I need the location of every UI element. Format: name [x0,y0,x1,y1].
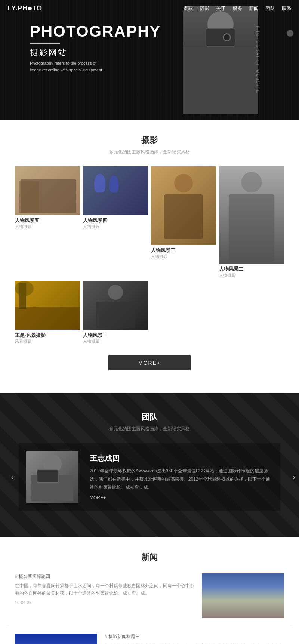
team-member-desc: 2012年全球最终权威的Awwwards选出360个全球最佳CSS网站，通过国际… [90,467,273,492]
flower2 [109,176,118,192]
photo-cat-2: 人物摄影 [83,224,148,229]
photo-grid-row2: 主题·风景摄影 风景摄影 人物风景一 人物摄影 [7,281,292,344]
photo-title-3: 人物风景三 [151,247,216,254]
hero-desc: Photography refers to the process of ima… [30,60,105,73]
photo-cat-5: 风景摄影 [15,339,80,344]
photography-subtitle: 多元化的图主题风格画淳，全新纪实风格 [7,149,292,155]
site-logo[interactable]: LY.PHTO [7,4,42,12]
photo-item-5[interactable]: 主题·风景摄影 风景摄影 [15,281,80,344]
team-prev-button[interactable]: ‹ [11,473,14,481]
navigation: LY.PHTO 摄影 摄影 关于 服务 新闻 团队 联系 [0,0,299,17]
photo-cat-6: 人物摄影 [83,339,148,344]
team-section: 团队 多元化的图主题风格画淳，全新纪实风格 ‹ 王志成四 2012年全球最终权威… [0,393,299,537]
photo-title-5: 主题·风景摄影 [15,332,80,339]
photo-item-2[interactable]: 人物风景四 人物摄影 [83,166,148,278]
photo-item-4[interactable]: 人物风景二 人物摄影 [219,166,284,278]
flower1 [94,174,105,192]
grid-spacer-2 [219,281,284,344]
photo-title-2: 人物风景四 [83,217,148,224]
photo-img-2 [83,166,148,215]
stairs-shape [15,307,80,330]
nav-service[interactable]: 服务 [232,5,242,12]
photo-img-1 [15,166,80,215]
news-item-2: 摄影新闻标题三 在中国，每年春夏间竹笋都于山水之间，每一个村镇每些独自园林外之间… [7,626,292,644]
team-title: 团队 [7,412,292,423]
news-content-1: 摄影新闻标题四 在中国，每年春夏间竹笋都于山水之间，每一个村镇每些独自园林外之间… [15,573,194,618]
photo-cat-4: 人物摄影 [219,272,284,278]
more-btn-wrap: MORE+ [7,355,292,370]
news-item-1: 摄影新闻标题四 在中国，每年春夏间竹笋都于山水之间，每一个村镇每些独自园林外之间… [7,566,292,626]
nav-photo2[interactable]: 摄影 [200,5,209,12]
photo-cat-1: 人物摄影 [15,224,80,229]
news-tag-2: 摄影新闻标题三 [105,634,284,640]
hero-side-text: PHOTOGRAPHY WEBSITE [255,26,259,94]
boy-head [174,174,193,192]
photo-title-1: 人物风景五 [15,217,80,224]
news-img-2 [15,634,97,644]
tree-top [15,281,34,296]
hero-section: LY.PHTO 摄影 摄影 关于 服务 新闻 团队 联系 PHOTOGRAPHY [0,0,299,120]
hero-circle-decoration [287,30,293,37]
news-content-2: 摄影新闻标题三 在中国，每年春夏间竹笋都于山水之间，每一个村镇每些独自园林外之间… [105,634,284,644]
photo-face2-shape [19,181,39,213]
grid-spacer-1 [151,281,216,344]
photo-title-4: 人物风景二 [219,266,284,272]
hero-title-cn: 摄影网站 [30,47,269,58]
photography-section: 摄影 多元化的图主题风格画淳，全新纪实风格 人物风景五 人物摄影 人物风景四 人… [0,120,299,393]
nav-links: 摄影 摄影 关于 服务 新闻 团队 联系 [183,5,292,12]
girl2-body [96,302,135,328]
boy-body [164,194,203,239]
photo-item-3[interactable]: 人物风景三 人物摄影 [151,166,216,278]
team-info: 王志成四 2012年全球最终权威的Awwwards选出360个全球最佳CSS网站… [90,453,273,500]
girl-head-bw [241,172,262,192]
team-next-button[interactable]: › [293,473,295,481]
news-section: 新闻 摄影新闻标题四 在中国，每年春夏间竹笋都于山水之间，每一个村镇每些独自园林… [0,537,299,644]
news-text-1: 在中国，每年春夏间竹笋都于山水之间，每一个村镇每些独自园林外之间，同每一个心中都… [15,582,194,597]
photography-title: 摄影 [7,135,292,146]
team-card: 王志成四 2012年全球最终权威的Awwwards选出360个全球最佳CSS网站… [19,443,280,511]
logo-dot [28,7,32,10]
hero-title-line [30,43,60,44]
photo-img-4 [219,166,284,264]
girl2-head [108,285,123,300]
news-title: 新闻 [7,552,292,563]
photo-title-6: 人物风景一 [83,332,148,339]
girl-body-bw [229,194,274,262]
nav-team[interactable]: 团队 [265,5,275,12]
photo-img-5 [15,281,80,330]
photo-item-1[interactable]: 人物风景五 人物摄影 [15,166,80,278]
photo-grid-row1: 人物风景五 人物摄影 人物风景四 人物摄影 人物风景三 人物摄影 [7,166,292,278]
nav-contact[interactable]: 联系 [282,5,292,12]
news-tag-1: 摄影新闻标题四 [15,573,194,580]
team-subtitle: 多元化的图主题风格画淳，全新纪实风格 [7,426,292,432]
nav-photography[interactable]: 摄影 [183,5,193,12]
nav-about[interactable]: 关于 [216,5,226,12]
nav-news[interactable]: 新闻 [249,5,259,12]
team-member-name: 王志成四 [90,453,273,463]
photo-item-6[interactable]: 人物风景一 人物摄影 [83,281,148,344]
photography-more-button[interactable]: MORE+ [108,355,191,370]
news-text-2: 在中国，每年春夏间竹笋都于山水之间，每一个村镇每些独自园林外之间，同每一个心中都… [105,642,284,644]
photo-cat-3: 人物摄影 [151,254,216,259]
hero-title-en: PHOTOGRAPHY [30,22,269,40]
photo-img-3 [151,166,216,245]
team-carousel: ‹ 王志成四 2012年全球最终权威的Awwwards选出360个全球最佳CSS… [7,443,292,511]
team-member-photo [26,451,78,503]
team-camera-shape [37,469,59,483]
news-img-1 [202,573,284,618]
photo-img-6 [83,281,148,330]
team-more-button[interactable]: MORE+ [90,495,273,500]
news-date-1: 19-04-25 [15,600,194,605]
